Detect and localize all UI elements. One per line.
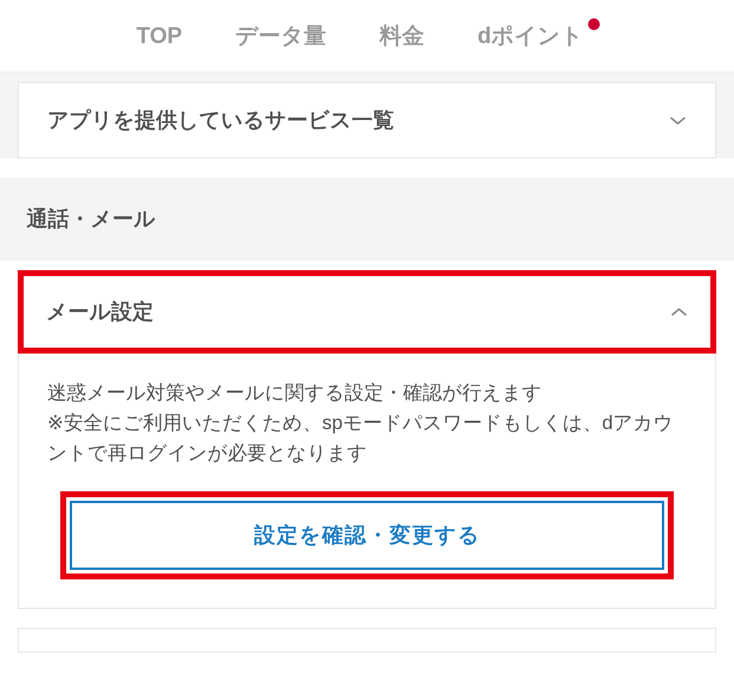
mail-settings-desc-line1: 迷惑メール対策やメールに関する設定・確認が行えます (47, 381, 542, 403)
top-tab-bar: TOP データ量 料金 dポイント (0, 0, 734, 73)
chevron-up-icon (670, 303, 688, 321)
mail-settings-desc-line2: ※安全にご利用いただくため、spモードパスワードもしくは、dアカウントで再ログイ… (47, 411, 673, 464)
tab-data[interactable]: データ量 (235, 21, 326, 51)
notification-badge-icon (588, 18, 600, 30)
tab-dpoint-label: dポイント (478, 23, 583, 48)
mail-settings-row[interactable]: メール設定 (24, 276, 710, 348)
chevron-down-icon (669, 112, 687, 129)
tab-fee[interactable]: 料金 (379, 21, 424, 51)
confirm-change-settings-label: 設定を確認・変更する (254, 521, 480, 550)
section-header-call-mail: 通話・メール (0, 177, 734, 261)
tab-dpoint[interactable]: dポイント (478, 21, 597, 51)
confirm-change-settings-button[interactable]: 設定を確認・変更する (70, 501, 664, 570)
mail-settings-label: メール設定 (46, 297, 154, 326)
mail-settings-description: 迷惑メール対策やメールに関する設定・確認が行えます ※安全にご利用いただくため、… (47, 377, 687, 468)
tab-top[interactable]: TOP (137, 23, 182, 48)
mail-settings-highlight: メール設定 (18, 270, 716, 354)
apps-service-list-row[interactable]: アプリを提供しているサービス一覧 (18, 82, 716, 158)
action-button-highlight: 設定を確認・変更する (60, 491, 674, 579)
mail-settings-body: 迷惑メール対策やメールに関する設定・確認が行えます ※安全にご利用いただくため、… (18, 354, 716, 609)
content-area: アプリを提供しているサービス一覧 (0, 73, 734, 158)
next-collapsible-row[interactable] (18, 628, 716, 653)
apps-service-list-label: アプリを提供しているサービス一覧 (47, 106, 394, 135)
